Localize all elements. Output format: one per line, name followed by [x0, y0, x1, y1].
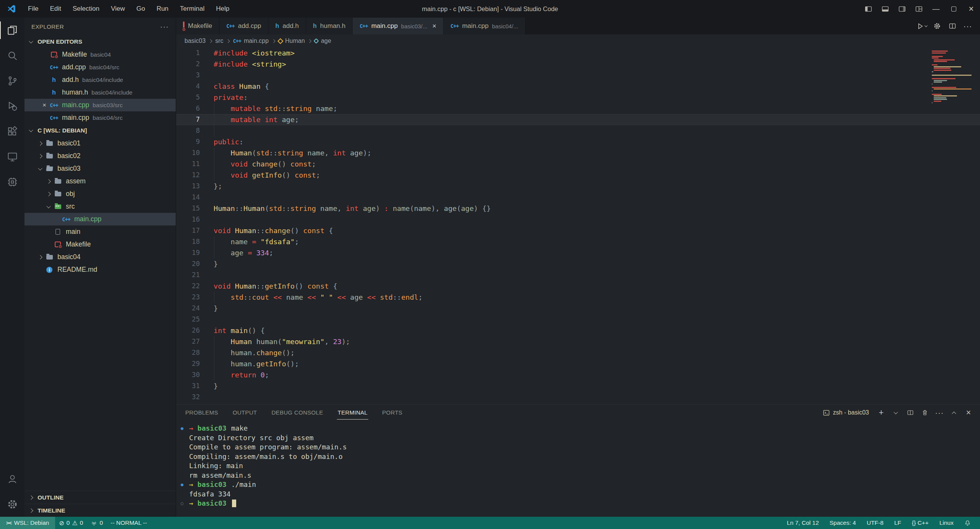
os-indicator[interactable]: Linux	[936, 519, 957, 526]
new-terminal-icon[interactable]: +	[875, 407, 887, 419]
eol[interactable]: LF	[890, 519, 905, 526]
terminal-output-text: fdsafa 334	[189, 490, 230, 499]
remote-targets-icon[interactable]	[0, 169, 24, 194]
tree-item-main-cpp[interactable]: C++main.cpp	[24, 213, 176, 225]
tree-item-basic01[interactable]: basic01	[24, 137, 176, 150]
tree-item-basic04[interactable]: basic04	[24, 251, 176, 263]
explorer-more-actions-icon[interactable]: ···	[160, 22, 169, 31]
cursor-position[interactable]: Ln 7, Col 12	[783, 519, 823, 526]
ports-status[interactable]: 0	[87, 519, 107, 526]
minimap-line	[932, 56, 943, 57]
tree-item-readme-md[interactable]: iREADME.md	[24, 263, 176, 276]
toggle-sidebar-icon[interactable]	[860, 0, 877, 18]
search-icon[interactable]	[0, 43, 24, 68]
maximize-button[interactable]	[945, 0, 962, 18]
open-editor-item[interactable]: C++add.cppbasic04/src	[24, 61, 176, 73]
kill-terminal-icon[interactable]	[919, 407, 931, 419]
run-debug-icon[interactable]	[0, 93, 24, 119]
tree-item-basic03[interactable]: basic03	[24, 162, 176, 175]
open-editor-item[interactable]: C++main.cppbasic04/src	[24, 111, 176, 124]
panel-tab-ports[interactable]: PORTS	[381, 406, 403, 420]
breadcrumb-item-human[interactable]: Human	[278, 38, 305, 44]
menu-run[interactable]: Run	[152, 3, 173, 15]
tree-item-makefile[interactable]: Makefile	[24, 238, 176, 251]
menu-file[interactable]: File	[23, 3, 43, 15]
breadcrumb-item-basic03[interactable]: basic03	[185, 38, 206, 44]
settings-icon[interactable]	[0, 491, 24, 517]
breadcrumb-item-age[interactable]: age	[314, 38, 331, 44]
panel-tab-debug-console[interactable]: DEBUG CONSOLE	[271, 406, 324, 420]
indentation[interactable]: Spaces: 4	[826, 519, 860, 526]
encoding[interactable]: UTF-8	[863, 519, 887, 526]
timeline-header[interactable]: TIMELINE	[24, 504, 176, 517]
open-editor-item[interactable]: hhuman.hbasic04/include	[24, 86, 176, 99]
terminal-dropdown-icon[interactable]	[890, 407, 902, 419]
breadcrumb-item-main.cpp[interactable]: C++main.cpp	[233, 38, 268, 44]
close-panel-icon[interactable]: ×	[962, 407, 975, 419]
account-icon[interactable]	[0, 466, 24, 491]
menu-selection[interactable]: Selection	[68, 3, 105, 15]
remote-explorer-icon[interactable]	[0, 144, 24, 169]
close-tab-icon[interactable]: ×	[432, 22, 436, 30]
close-window-button[interactable]: ×	[962, 0, 980, 18]
panel-tab-terminal[interactable]: TERMINAL	[337, 406, 368, 420]
open-editors-header[interactable]: OPEN EDITORS	[24, 35, 176, 48]
code-text: name = "fdsafa";	[200, 236, 299, 247]
split-terminal-icon[interactable]	[904, 407, 916, 419]
tree-item-src[interactable]: src	[24, 200, 176, 213]
tree-item-obj[interactable]: obj	[24, 188, 176, 200]
toggle-panel-icon[interactable]	[877, 0, 893, 18]
code-editor[interactable]: 1#include <iostream>2#include <string>34…	[176, 47, 980, 404]
menu-edit[interactable]: Edit	[45, 3, 66, 15]
extensions-icon[interactable]	[0, 119, 24, 144]
menu-terminal[interactable]: Terminal	[175, 3, 209, 15]
open-editor-item[interactable]: ×C++main.cppbasic03/src	[24, 99, 176, 111]
language-mode[interactable]: {} C++	[908, 519, 933, 526]
explorer-icon[interactable]	[0, 18, 24, 43]
outline-header[interactable]: OUTLINE	[24, 491, 176, 504]
terminal-session-label[interactable]: zsh - basic03	[823, 409, 869, 416]
panel-tab-output[interactable]: OUTPUT	[232, 406, 258, 420]
problems-status[interactable]: ⊘ 0 ⚠ 0	[55, 519, 87, 527]
run-file-button[interactable]	[915, 19, 929, 33]
editor-more-actions-icon[interactable]: ···	[961, 19, 975, 33]
line-number: 30	[176, 369, 200, 380]
code-line-10: 10 Human(std::string name, int age);	[176, 147, 980, 158]
tab-human-h[interactable]: hhuman.h	[306, 18, 353, 34]
tree-item-basic02[interactable]: basic02	[24, 150, 176, 162]
terminal-output[interactable]: ●→basic03makeCreate Directory src obj as…	[176, 421, 980, 517]
source-control-icon[interactable]	[0, 68, 24, 93]
code-line-19: 19 age = 334;	[176, 247, 980, 258]
settings-gear-icon[interactable]	[930, 19, 944, 33]
tree-item-main[interactable]: main	[24, 225, 176, 238]
tree-item-assem[interactable]: assem	[24, 175, 176, 188]
chevron-down-icon	[44, 205, 53, 208]
line-number: 20	[176, 258, 200, 269]
code-line-5: 5private:	[176, 92, 980, 103]
customize-layout-icon[interactable]	[910, 0, 927, 18]
panel-more-actions-icon[interactable]: ···	[933, 407, 946, 419]
toggle-secondary-sidebar-icon[interactable]	[893, 0, 910, 18]
tab-add-cpp[interactable]: C++add.cpp	[219, 18, 268, 34]
maximize-panel-icon[interactable]	[948, 407, 960, 419]
open-editor-item[interactable]: hadd.hbasic04/include	[24, 73, 176, 86]
open-editor-item[interactable]: Makefilebasic04	[24, 48, 176, 61]
tab-main-cpp[interactable]: C++main.cppbasic03/...×	[353, 18, 443, 34]
panel-tab-problems[interactable]: PROBLEMS	[185, 406, 219, 420]
tab-Makefile[interactable]: Makefile	[176, 18, 219, 34]
vim-mode-indicator[interactable]: -- NORMAL --	[107, 519, 151, 526]
menu-view[interactable]: View	[106, 3, 130, 15]
split-editor-icon[interactable]	[946, 19, 959, 33]
menu-go[interactable]: Go	[131, 3, 150, 15]
minimap[interactable]	[932, 51, 975, 106]
notifications-bell-icon[interactable]	[960, 520, 975, 526]
close-editor-icon[interactable]: ×	[40, 101, 49, 109]
breadcrumb-item-src[interactable]: src	[215, 38, 223, 44]
line-number: 14	[176, 192, 200, 203]
workspace-header[interactable]: C [WSL: DEBIAN]	[24, 124, 176, 137]
remote-indicator[interactable]: >< WSL: Debian	[0, 517, 55, 529]
minimize-button[interactable]: —	[927, 0, 945, 18]
tab-add-h[interactable]: hadd.h	[268, 18, 306, 34]
tab-main-cpp[interactable]: C++main.cppbasic04/...	[444, 18, 526, 34]
menu-help[interactable]: Help	[211, 3, 234, 15]
